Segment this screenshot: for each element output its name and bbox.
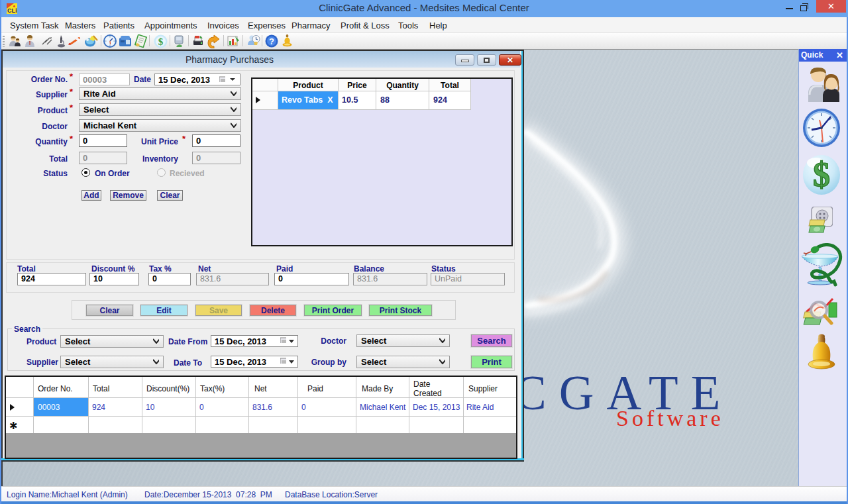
svg-text:$: $ xyxy=(158,36,164,47)
svg-text:$: $ xyxy=(813,156,830,193)
svg-text:?: ? xyxy=(269,36,274,46)
